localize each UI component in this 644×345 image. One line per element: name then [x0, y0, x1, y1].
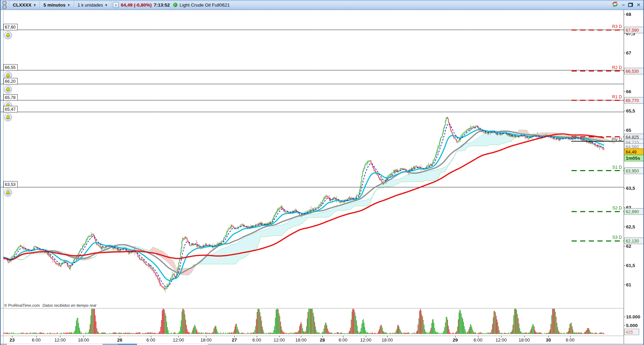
- window-buttons: – ✕: [612, 1, 643, 9]
- volume-current-box: 425: [624, 329, 639, 335]
- price-axis-label: 63,5: [626, 186, 635, 191]
- pivot-level-price-box: 67,590: [624, 27, 644, 33]
- time-axis-label: 18:00: [201, 337, 212, 343]
- price-axis-label: 65: [626, 128, 631, 133]
- pivot-level-label: R3 D: [612, 24, 622, 29]
- price-axis-label: 62,5: [626, 224, 635, 229]
- alert-price-label[interactable]: 63,53: [3, 181, 18, 188]
- toolbar: CLXXXX ▼ 5 minutos ▼ 1 k unidades ▼ i 64…: [1, 0, 643, 10]
- time-axis-label: 18:00: [78, 337, 89, 343]
- volume-axis-label: 5.000: [626, 323, 638, 328]
- time-axis-label: 23: [9, 337, 14, 343]
- time-axis-label: 29: [452, 337, 458, 343]
- timeframe-dropdown[interactable]: 5 minutos ▼: [41, 2, 72, 8]
- units-label: 1 k unidades: [78, 2, 103, 8]
- alert-price-label[interactable]: 65,78: [3, 94, 18, 101]
- time-axis-label: 18:00: [382, 337, 393, 343]
- time-axis-label: 12:00: [55, 337, 66, 343]
- timeframe-label: 5 minutos: [43, 2, 66, 8]
- time-axis-label: 27: [232, 337, 237, 343]
- candle-countdown-box: 1m05s: [624, 155, 644, 161]
- time-axis-label: 6:00: [339, 337, 347, 343]
- scrollbar-left-button[interactable]: [1, 344, 7, 345]
- volume-axis-label: 10.000: [626, 314, 640, 319]
- symbol-dropdown[interactable]: CLXXXX ▼: [11, 2, 38, 8]
- price-axis-label: 68: [626, 12, 631, 17]
- application-window: CLXXXX ▼ 5 minutos ▼ 1 k unidades ▼ i 64…: [0, 0, 644, 345]
- quote-price-change: 64,49 (-0,80%): [121, 2, 152, 8]
- chevron-down-icon: ▼: [67, 3, 70, 7]
- alert-price-label[interactable]: 65,47: [3, 106, 18, 112]
- alert-bell-icon[interactable]: [4, 31, 12, 39]
- price-axis-label: 61: [626, 282, 631, 287]
- alert-bell-icon[interactable]: [4, 113, 12, 121]
- price-axis-label: 65,5: [626, 108, 635, 114]
- copyright-text: © ProRealTime.com: [4, 303, 40, 307]
- pivot-level-price-box: 63,950: [624, 168, 644, 174]
- pivot-level-label: R1 D: [612, 95, 622, 99]
- price-axis-label: 67: [626, 50, 631, 56]
- time-axis-label: 30: [546, 337, 551, 343]
- pivot-level-label: S1 D: [612, 165, 622, 170]
- refresh-icon[interactable]: [612, 1, 618, 9]
- units-dropdown[interactable]: 1 k unidades ▼: [76, 2, 110, 8]
- last-price-box: 64,49: [624, 149, 644, 155]
- scrollbar-thumb[interactable]: [118, 344, 137, 345]
- scrollbar-track[interactable]: [7, 344, 103, 345]
- toolbar-separator: [74, 1, 74, 9]
- info-icon[interactable]: i: [113, 2, 119, 8]
- pivot-level-price-box: 62,890: [624, 208, 644, 215]
- time-axis-label: 26: [117, 337, 122, 343]
- time-axis-label: 12:00: [360, 337, 372, 343]
- time-axis-label: 6:00: [146, 337, 155, 343]
- price-axis-label: 66: [626, 89, 631, 94]
- chevron-down-icon: ▼: [105, 3, 108, 7]
- pivot-level-label: S2 D: [612, 206, 622, 210]
- pivot-level-label: R2 D: [612, 65, 622, 70]
- price-axis-label: 62: [626, 244, 631, 249]
- time-axis-label: 6:00: [32, 337, 40, 343]
- restore-button[interactable]: [628, 3, 633, 7]
- time-axis-label: 28: [320, 337, 325, 343]
- minimize-button[interactable]: –: [622, 2, 625, 7]
- time-axis-label: 6:00: [566, 337, 574, 343]
- feed-status-icon: [173, 3, 177, 7]
- toolbar-separator: [111, 1, 111, 9]
- pivot-level-price-box: 66,530: [624, 68, 644, 75]
- scrollbar-track-right[interactable]: [208, 344, 644, 345]
- pivot-level-label: Piv D: [612, 137, 622, 142]
- time-axis-label: 6:00: [474, 337, 482, 343]
- scrollbar-segment[interactable]: [103, 344, 118, 345]
- quote-timestamp: 7:13:52: [154, 2, 170, 8]
- close-button[interactable]: ✕: [636, 2, 641, 7]
- alert-bell-icon[interactable]: [4, 85, 12, 93]
- feed-status-text: Datos recibidos en tiempo real: [42, 303, 96, 307]
- toolbar-separator: [40, 1, 40, 9]
- time-axis-label: 18:00: [519, 337, 530, 343]
- time-axis-label: 12:00: [496, 337, 507, 343]
- pivot-level-price-box: 65,770: [624, 97, 644, 104]
- time-axis-label: 12:00: [274, 337, 285, 343]
- chevron-down-icon: ▼: [33, 3, 36, 7]
- link-windows-icon[interactable]: [2, 1, 7, 9]
- time-axis-label: 18:00: [295, 337, 307, 343]
- alert-bell-icon[interactable]: [4, 188, 12, 197]
- alert-price-label[interactable]: 66,20: [3, 78, 18, 85]
- toolbar-separator: [9, 1, 9, 9]
- copyright-note: © ProRealTime.comDatos recibidos en tiem…: [4, 303, 96, 307]
- instrument-title: Light Crude Oil Full0621: [179, 2, 230, 8]
- scrollbar-track[interactable]: [137, 344, 208, 345]
- symbol-label: CLXXXX: [13, 2, 31, 8]
- alert-price-label[interactable]: 66,55: [3, 64, 18, 71]
- alert-price-label[interactable]: 67,60: [3, 24, 18, 30]
- price-chart-canvas[interactable]: [1, 0, 644, 345]
- pivot-level-label: S3 D: [612, 235, 622, 240]
- time-axis-label: 12:00: [173, 337, 184, 343]
- time-axis-label: 6:00: [252, 337, 261, 343]
- pivot-level-price-box: 62,130: [624, 238, 644, 244]
- price-axis-label: 61,5: [626, 263, 635, 268]
